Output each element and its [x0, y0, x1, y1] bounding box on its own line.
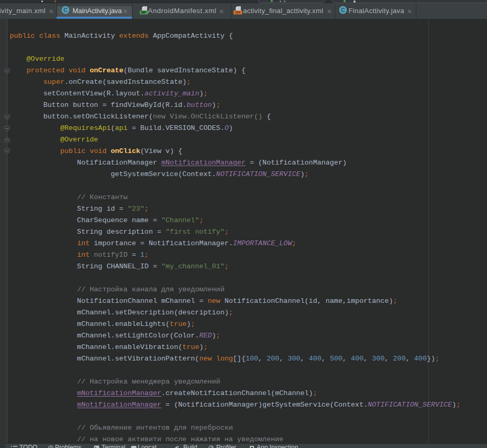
- svg-text:C: C: [63, 7, 68, 13]
- svg-text:MF: MF: [141, 10, 147, 14]
- svg-text:C: C: [341, 7, 345, 13]
- svg-text:</>: </>: [235, 10, 240, 14]
